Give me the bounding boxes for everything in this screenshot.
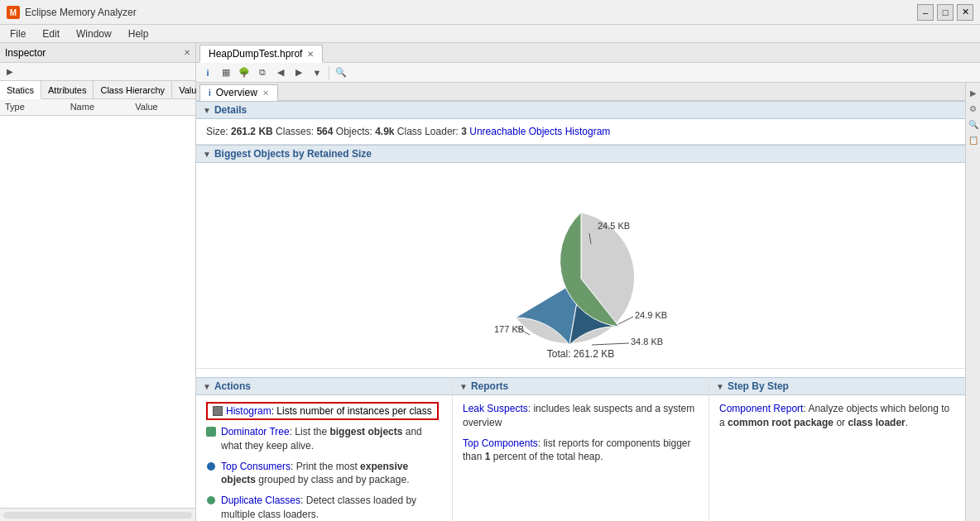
menu-item-help[interactable]: Help — [122, 26, 156, 41]
svg-text:M: M — [10, 8, 17, 17]
toolbar-table[interactable]: ▦ — [218, 65, 234, 81]
inspector-scrollbar[interactable] — [0, 508, 195, 521]
actions-section: ▼ Actions Histogram: Lists number of ins… — [196, 377, 453, 521]
dominator-link[interactable]: Dominator Tree — [221, 426, 290, 437]
tab-attributes[interactable]: Attributes — [41, 81, 94, 98]
details-content: Size: 261.2 KB Classes: 564 Objects: 4.9… — [196, 119, 965, 145]
app-title: Eclipse Memory Analyzer — [25, 7, 137, 18]
bottom-sections: ▼ Actions Histogram: Lists number of ins… — [196, 368, 965, 521]
heap-dump-tab-label: HeapDumpTest.hprof — [209, 48, 302, 60]
pie-label-348: 34.8 KB — [631, 337, 663, 347]
biggest-objects-header[interactable]: ▼ Biggest Objects by Retained Size — [196, 145, 965, 163]
step-by-step-header[interactable]: ▼ Step By Step — [709, 377, 965, 395]
close-button[interactable]: ✕ — [957, 4, 973, 21]
rsb-btn-3[interactable]: 🔍 — [967, 117, 980, 131]
heap-dump-tab[interactable]: HeapDumpTest.hprof ✕ — [199, 45, 323, 63]
right-sidebar: ▶ ⚙ 🔍 📋 — [965, 83, 980, 521]
objects-label: Objects: — [336, 126, 375, 137]
col-type: Type — [0, 101, 65, 113]
maximize-button[interactable]: □ — [937, 4, 954, 21]
size-label: Size: — [206, 126, 231, 137]
right-panel: HeapDumpTest.hprof ✕ i ▦ 🌳 ⧉ ◀ ▶ ▼ 🔍 i — [196, 43, 980, 521]
toolbar-search[interactable]: 🔍 — [333, 65, 349, 81]
inspector-toolbar: ▶ — [0, 63, 195, 81]
menu-item-window[interactable]: Window — [70, 26, 118, 41]
pie-chart-svg: 177 KB 34.8 KB 24.9 KB 24.5 KB — [457, 179, 705, 361]
inspector-header: Inspector ✕ — [0, 43, 195, 63]
inspector-tool-1[interactable]: ▶ — [2, 65, 18, 79]
leak-suspects-link[interactable]: Leak Suspects — [463, 403, 528, 414]
consumers-icon — [206, 461, 216, 471]
menu-item-file[interactable]: File — [3, 26, 32, 41]
duplicate-link[interactable]: Duplicate Classes — [221, 495, 300, 506]
details-section-header[interactable]: ▼ Details — [196, 101, 965, 119]
component-report-link[interactable]: Component Report — [719, 403, 803, 414]
inspector-close-icon[interactable]: ✕ — [184, 48, 190, 57]
svg-rect-2 — [206, 427, 216, 437]
heap-dump-tab-close[interactable]: ✕ — [307, 50, 314, 59]
reports-header[interactable]: ▼ Reports — [453, 377, 709, 395]
toolbar-sep-1 — [329, 66, 329, 79]
biggest-objects-triangle: ▼ — [203, 150, 211, 159]
inspector-title: Inspector — [5, 47, 46, 59]
main-layout: Inspector ✕ ▶ Statics Attributes Class H… — [0, 43, 980, 521]
overview-tab-icon: i — [209, 88, 211, 98]
classes-label: Classes: — [276, 126, 316, 137]
minimize-button[interactable]: – — [917, 4, 934, 21]
content-scroll[interactable]: i Overview ✕ ▼ Details Size: 261.2 KB Cl… — [196, 83, 965, 521]
top-components-text: Top Components: list reports for compone… — [463, 437, 699, 465]
classes-value: 564 — [316, 126, 333, 137]
actions-triangle: ▼ — [203, 382, 211, 391]
unreachable-objects-link[interactable]: Unreachable Objects Histogram — [469, 126, 610, 137]
rsb-btn-1[interactable]: ▶ — [967, 86, 980, 99]
reports-section: ▼ Reports Leak Suspects: includes leak s… — [453, 377, 709, 521]
inspector-panel: Inspector ✕ ▶ Statics Attributes Class H… — [0, 43, 196, 521]
rsb-btn-4[interactable]: 📋 — [967, 133, 980, 146]
toolbar-forward[interactable]: ▶ — [291, 65, 307, 81]
dominator-text: Dominator Tree: List the biggest objects… — [221, 425, 442, 453]
overview-tab-bar: i Overview ✕ — [196, 83, 965, 101]
top-components-link[interactable]: Top Components — [463, 437, 538, 449]
titlebar: M Eclipse Memory Analyzer – □ ✕ — [0, 0, 980, 25]
overview-tab-close[interactable]: ✕ — [262, 88, 269, 98]
dominator-item: Dominator Tree: List the biggest objects… — [206, 425, 442, 453]
actions-header[interactable]: ▼ Actions — [196, 377, 452, 395]
pie-label-249: 24.9 KB — [635, 310, 667, 320]
consumers-item: Top Consumers: Print the most expensive … — [206, 460, 442, 488]
svg-point-3 — [207, 462, 215, 471]
toolbar-tree[interactable]: 🌳 — [236, 65, 252, 81]
overview-tab-label: Overview — [216, 87, 257, 98]
step-by-step-title: Step By Step — [728, 380, 789, 392]
rsb-btn-2[interactable]: ⚙ — [967, 102, 980, 115]
actions-title: Actions — [214, 380, 251, 392]
step-by-step-section: ▼ Step By Step Component Report: Analyze… — [709, 377, 965, 521]
inspector-tabs: Statics Attributes Class Hierarchy Value… — [0, 81, 195, 99]
toolbar-copy[interactable]: ⧉ — [254, 65, 271, 81]
toolbar-back[interactable]: ◀ — [272, 65, 289, 81]
duplicate-item: Duplicate Classes: Detect classes loaded… — [206, 494, 442, 521]
overview-tab[interactable]: i Overview ✕ — [199, 84, 278, 101]
pie-chart-container: 177 KB 34.8 KB 24.9 KB 24.5 KB — [457, 179, 705, 345]
histogram-text: Histogram: Lists number of instances per… — [226, 405, 432, 417]
leak-suspects-text: Leak Suspects: includes leak suspects an… — [463, 402, 699, 430]
app-icon: M — [7, 6, 20, 19]
dominator-icon — [206, 427, 216, 437]
top-components-item: Top Components: list reports for compone… — [463, 437, 699, 465]
toolbar-info[interactable]: i — [199, 65, 216, 81]
tab-class-hierarchy[interactable]: Class Hierarchy — [94, 81, 172, 98]
classloader-label: Class Loader: — [397, 126, 461, 137]
consumers-link[interactable]: Top Consumers — [221, 461, 291, 472]
tab-statics[interactable]: Statics — [0, 81, 41, 99]
histogram-link[interactable]: Histogram — [226, 405, 271, 417]
scrollbar-track[interactable] — [3, 512, 192, 519]
toolbar-dropdown[interactable]: ▼ — [309, 65, 325, 81]
inspector-content — [0, 116, 195, 508]
tab-bar: HeapDumpTest.hprof ✕ — [196, 43, 980, 63]
menu-item-edit[interactable]: Edit — [36, 26, 66, 41]
step-by-step-triangle: ▼ — [716, 382, 724, 391]
inspector-table-header: Type Name Value — [0, 99, 195, 116]
size-value: 261.2 KB — [231, 126, 273, 137]
leak-suspects-item: Leak Suspects: includes leak suspects an… — [463, 402, 699, 430]
consumers-text: Top Consumers: Print the most expensive … — [221, 460, 442, 488]
reports-triangle: ▼ — [459, 382, 468, 391]
